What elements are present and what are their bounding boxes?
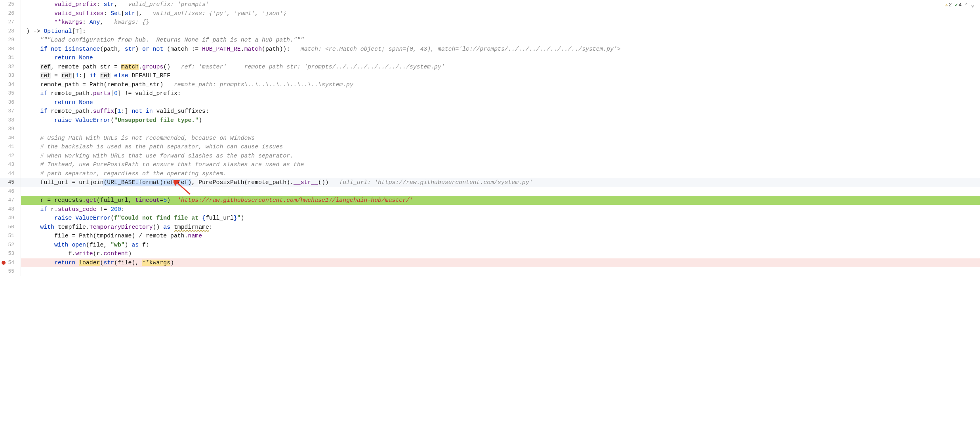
line-number[interactable]: 47 [0,196,21,205]
line-number[interactable]: 43 [0,160,21,169]
code-line[interactable]: 34 remote_path = Path(remote_path_str) r… [0,80,980,89]
line-number[interactable]: 33 [0,71,21,80]
line-number[interactable]: 50 [0,223,21,232]
code-content[interactable]: f.write(r.content) [21,249,980,258]
line-number[interactable]: 37 [0,107,21,116]
breakpoint-icon[interactable] [2,261,6,265]
code-content[interactable]: return loader(str(file), **kwargs) [21,258,980,267]
code-content[interactable]: valid_prefix: str, valid_prefix: 'prompt… [21,0,980,9]
code-line[interactable]: 36 return None [0,98,980,107]
code-line[interactable]: 50 with tempfile.TemporaryDirectory() as… [0,223,980,232]
line-number[interactable]: 34 [0,80,21,89]
code-line[interactable]: 46 [0,187,980,196]
code-content[interactable]: remote_path = Path(remote_path_str) remo… [21,80,980,89]
line-number[interactable]: 44 [0,169,21,178]
line-number[interactable]: 39 [0,125,21,134]
code-content[interactable]: # when working with URLs that use forwar… [21,152,980,161]
code-line[interactable]: 48 if r.status_code != 200: [0,205,980,214]
code-content[interactable] [21,267,980,276]
line-number[interactable]: 42 [0,152,21,161]
line-number[interactable]: 53 [0,249,21,258]
line-number[interactable]: 54 [0,258,21,267]
line-number[interactable]: 36 [0,98,21,107]
code-content[interactable]: file = Path(tmpdirname) / remote_path.na… [21,231,980,241]
code-line[interactable]: 40 # Using Path with URLs is not recomme… [0,134,980,143]
line-number[interactable]: 26 [0,9,21,18]
code-line[interactable]: 49 raise ValueError(f"Could not find fil… [0,214,980,223]
line-number[interactable]: 35 [0,89,21,98]
code-content[interactable]: return None [21,98,980,107]
code-content[interactable]: full_url = urljoin(URL_BASE.format(ref=r… [21,178,980,187]
line-number[interactable]: 31 [0,53,21,63]
warnings-indicator[interactable]: 2 [944,2,953,8]
code-line[interactable]: 42 # when working with URLs that use for… [0,152,980,161]
code-content[interactable]: # the backslash is used as the path sepa… [21,142,980,152]
code-content[interactable]: """Load configuration from hub. Returns … [21,36,980,45]
code-content[interactable]: raise ValueError("Unsupported file type.… [21,116,980,125]
code-line[interactable]: 33 ref = ref[1:] if ref else DEFAULT_REF [0,71,980,80]
line-number[interactable]: 48 [0,205,21,214]
code-content[interactable]: if r.status_code != 200: [21,205,980,214]
line-number[interactable]: 38 [0,116,21,125]
code-line[interactable]: 53 f.write(r.content) [0,249,980,258]
line-number[interactable]: 46 [0,187,21,196]
code-content[interactable] [21,125,980,134]
code-line[interactable]: 26 valid_suffixes: Set[str], valid_suffi… [0,9,980,18]
code-content[interactable] [21,187,980,196]
line-number[interactable]: 32 [0,63,21,72]
code-editor[interactable]: 2 4 25 valid_prefix: str, valid_prefix: … [0,0,980,284]
code-content[interactable]: valid_suffixes: Set[str], valid_suffixes… [21,9,980,18]
code-line[interactable]: 37 if remote_path.suffix[1:] not in vali… [0,107,980,116]
line-number[interactable]: 27 [0,18,21,27]
code-content[interactable]: with tempfile.TemporaryDirectory() as tm… [21,223,980,232]
code-content[interactable]: # path separator, regardless of the oper… [21,169,980,178]
code-line[interactable]: 32 ref, remote_path_str = match.groups()… [0,63,980,72]
line-number[interactable]: 52 [0,241,21,250]
code-content[interactable]: if remote_path.parts[0] != valid_prefix: [21,89,980,98]
code-line[interactable]: 43 # Instead, use PurePosixPath to ensur… [0,160,980,169]
code-line[interactable]: 41 # the backslash is used as the path s… [0,142,980,152]
line-number[interactable]: 30 [0,45,21,54]
line-number[interactable]: 49 [0,214,21,223]
next-highlight-button[interactable] [970,1,975,9]
code-line[interactable]: 29 """Load configuration from hub. Retur… [0,36,980,45]
code-line[interactable]: 35 if remote_path.parts[0] != valid_pref… [0,89,980,98]
line-number[interactable]: 29 [0,36,21,45]
code-content[interactable]: ) -> Optional[T]: [21,27,980,36]
line-number[interactable]: 40 [0,134,21,143]
code-line[interactable]: 47 r = requests.get(full_url, timeout=5)… [0,196,980,205]
code-line[interactable]: 54 return loader(str(file), **kwargs) [0,258,980,267]
line-number[interactable]: 25 [0,0,21,9]
code-content[interactable]: with open(file, "wb") as f: [21,241,980,250]
code-content[interactable]: raise ValueError(f"Could not find file a… [21,214,980,223]
code-content[interactable]: r = requests.get(full_url, timeout=5) 'h… [21,196,980,205]
ok-indicator[interactable]: 4 [954,2,963,8]
line-number[interactable]: 55 [0,267,21,276]
code-content[interactable]: return None [21,53,980,63]
code-content[interactable]: if not isinstance(path, str) or not (mat… [21,45,980,54]
code-content[interactable]: ref, remote_path_str = match.groups() re… [21,63,980,72]
code-line[interactable]: 28) -> Optional[T]: [0,27,980,36]
code-line[interactable]: 31 return None [0,53,980,63]
code-line[interactable]: 25 valid_prefix: str, valid_prefix: 'pro… [0,0,980,9]
code-lines[interactable]: 25 valid_prefix: str, valid_prefix: 'pro… [0,0,980,276]
code-line[interactable]: 51 file = Path(tmpdirname) / remote_path… [0,231,980,241]
line-number[interactable]: 41 [0,142,21,152]
code-line[interactable]: 45 full_url = urljoin(URL_BASE.format(re… [0,178,980,187]
code-content[interactable]: # Using Path with URLs is not recommende… [21,134,980,143]
code-content[interactable]: if remote_path.suffix[1:] not in valid_s… [21,107,980,116]
code-content[interactable]: **kwargs: Any, kwargs: {} [21,18,980,27]
line-number[interactable]: 51 [0,231,21,241]
code-line[interactable]: 27 **kwargs: Any, kwargs: {} [0,18,980,27]
prev-highlight-button[interactable] [964,2,969,8]
code-line[interactable]: 39 [0,125,980,134]
code-line[interactable]: 55 [0,267,980,276]
code-content[interactable]: # Instead, use PurePosixPath to ensure t… [21,160,980,169]
code-line[interactable]: 38 raise ValueError("Unsupported file ty… [0,116,980,125]
line-number[interactable]: 45 [0,178,21,187]
code-line[interactable]: 52 with open(file, "wb") as f: [0,241,980,250]
line-number[interactable]: 28 [0,27,21,36]
code-content[interactable]: ref = ref[1:] if ref else DEFAULT_REF [21,71,980,80]
code-line[interactable]: 44 # path separator, regardless of the o… [0,169,980,178]
code-line[interactable]: 30 if not isinstance(path, str) or not (… [0,45,980,54]
